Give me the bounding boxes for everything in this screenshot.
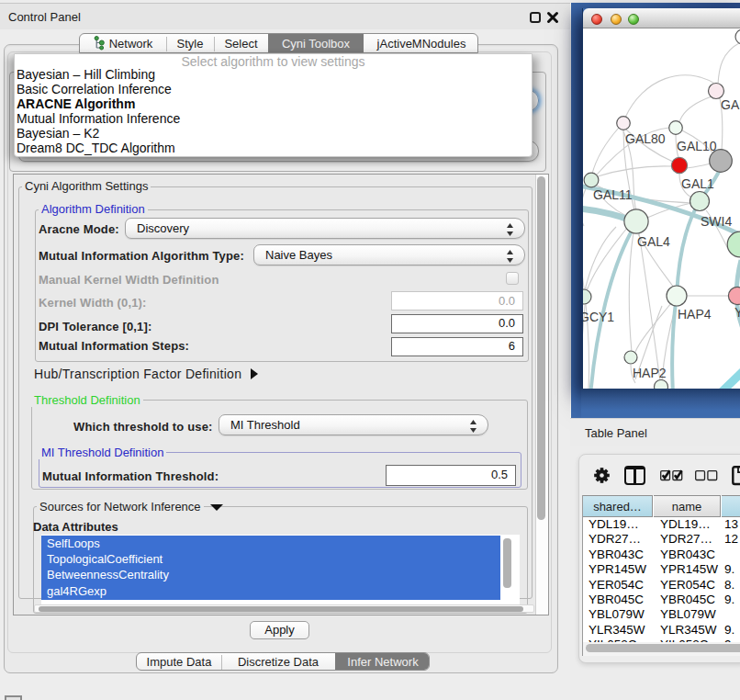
svg-text:GCY1: GCY1	[583, 310, 614, 324]
svg-text:GAL1: GAL1	[681, 176, 714, 191]
svg-text:HAP4: HAP4	[678, 307, 712, 322]
svg-text:GAL4: GAL4	[637, 234, 670, 249]
svg-text:GAL80: GAL80	[625, 131, 666, 146]
svg-text:GAL11: GAL11	[593, 187, 633, 202]
svg-text:GAL10: GAL10	[677, 139, 717, 153]
svg-text:SWI4: SWI4	[701, 214, 732, 229]
svg-text:HAP2: HAP2	[633, 366, 667, 380]
svg-text:GAL2: GAL2	[721, 97, 740, 112]
svg-text:Y: Y	[734, 305, 740, 320]
